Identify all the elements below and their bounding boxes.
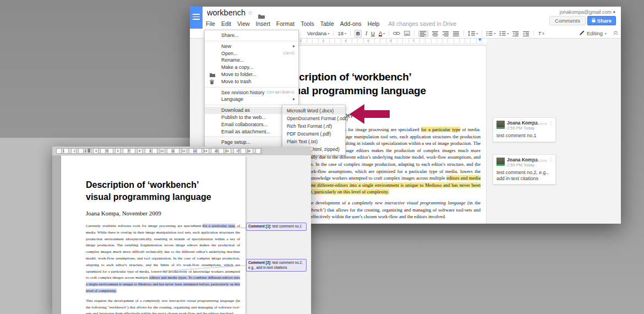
ruler-number: 6 <box>390 39 391 43</box>
bulleted-list-button[interactable]: ▾ <box>499 30 509 37</box>
font-size-select[interactable]: 18▾ <box>337 30 346 37</box>
download-submenu-item[interactable]: Rich Text Format (.rtf) <box>282 122 345 130</box>
chevron-down-icon: ▾ <box>507 30 509 37</box>
download-submenu-item[interactable]: PDF Document (.pdf) <box>282 130 345 138</box>
menu-item-label: Download as <box>221 107 250 113</box>
comment-text: test comment no.1 <box>496 133 552 139</box>
ruler-margin-marker-right[interactable] <box>478 39 482 41</box>
align-center-button[interactable] <box>432 31 439 36</box>
chevron-down-icon: ▾ <box>383 30 385 37</box>
file-menu-item[interactable]: Language▸ <box>205 96 298 103</box>
menu-item-label: Rename... <box>221 57 244 63</box>
comment-menu-icon[interactable]: ⋮ <box>548 158 553 163</box>
preview-ruler-number: 15 <box>215 149 218 154</box>
preview-ruler-number: 2 <box>74 149 75 154</box>
editing-mode-button[interactable]: Editing <box>587 30 603 36</box>
underline-button[interactable]: U <box>371 30 375 37</box>
menu-item-label: Language <box>221 96 243 102</box>
star-icon[interactable]: ☆ <box>248 10 253 16</box>
menubar-item-file[interactable]: File <box>206 20 215 27</box>
menubar-item-edit[interactable]: Edit <box>221 20 231 27</box>
file-menu-item[interactable]: Open...Ctrl+O <box>205 50 298 57</box>
preview-page-area: Description of ‘workbench’ visual progra… <box>52 155 311 314</box>
resolve-button[interactable]: Resolve <box>531 158 547 163</box>
ruler-number: 5 <box>367 39 369 43</box>
lock-icon <box>592 17 596 25</box>
comment-menu-icon[interactable]: ⋮ <box>548 121 553 126</box>
file-menu-item[interactable]: Move to trash <box>205 78 298 85</box>
bold-button[interactable]: B <box>354 30 362 37</box>
toolbar-separator <box>414 30 414 36</box>
menubar-item-addons[interactable]: Add-ons <box>340 20 362 27</box>
menubar-item-help[interactable]: Help <box>368 20 380 27</box>
menubar-item-insert[interactable]: Insert <box>256 20 270 27</box>
toolbar-separator <box>333 30 334 36</box>
account-caret-icon: ▾ <box>613 9 615 15</box>
menu-item-label: New <box>221 44 231 49</box>
font-family-select[interactable]: Verdana▾ <box>307 30 329 37</box>
document-title[interactable]: workbench <box>207 8 245 17</box>
file-menu-item[interactable]: New▸ <box>205 43 298 50</box>
file-menu-item[interactable]: Move to folder... <box>205 71 298 78</box>
preview-heading-line1: Description of ‘workbench’ <box>86 179 240 191</box>
resolve-button[interactable]: Resolve <box>531 121 547 126</box>
preview-ruler-number: 12 <box>182 149 185 154</box>
line-spacing-button[interactable]: ▾ <box>468 30 478 37</box>
toolbar-separator <box>482 30 482 36</box>
preview-ruler-number: 1 <box>63 149 64 154</box>
paragraph: This requires the development of a compl… <box>86 298 240 314</box>
preview-page[interactable]: Description of ‘workbench’ visual progra… <box>61 156 245 314</box>
align-right-button[interactable] <box>443 31 449 36</box>
share-button[interactable]: Share <box>587 16 616 25</box>
align-justify-button[interactable] <box>453 31 460 36</box>
annotation-arrow-icon <box>350 104 390 127</box>
menu-shortcut: Ctrl+Alt+Shift+G <box>266 89 294 96</box>
menubar-item-table[interactable]: Table <box>320 20 334 27</box>
chevron-down-icon: ▾ <box>494 30 495 37</box>
comment-card[interactable]: Joana Kompa2:59 PM TodayResolve⋮test com… <box>493 117 556 142</box>
ruler-number: 7 <box>412 39 414 43</box>
menu-item-label: Publish to the web... <box>221 115 266 120</box>
ruler-number: 4 <box>345 39 346 43</box>
indent-button[interactable] <box>523 31 530 36</box>
menubar-item-format[interactable]: Format <box>276 20 294 27</box>
italic-button[interactable]: I <box>365 30 367 37</box>
preview-ruler-number: 5 <box>106 149 108 154</box>
docs-home-icon[interactable] <box>190 7 203 29</box>
preview-ruler-indent-marker[interactable] <box>88 149 90 153</box>
comment-text: test comment no.2, e.g., add in-text cit… <box>496 170 552 181</box>
toolbar-separator <box>350 30 351 36</box>
comment-time: 2:59 PM Today <box>507 126 538 131</box>
file-menu-item[interactable]: Rename... <box>205 57 298 64</box>
numbered-list-button[interactable]: ▾ <box>486 30 495 37</box>
menu-item-label: Make a copy... <box>221 64 253 70</box>
menubar-item-tools[interactable]: Tools <box>301 20 314 27</box>
move-to-folder-icon[interactable] <box>258 11 265 21</box>
download-submenu-item[interactable]: Microsoft Word (.docx) <box>282 107 345 115</box>
insert-image-button[interactable] <box>404 31 410 36</box>
preview-ruler-number: 13 <box>193 149 196 154</box>
file-menu-item[interactable]: Make a copy... <box>205 64 298 71</box>
comments-button[interactable]: Comments <box>549 16 586 25</box>
text-color-button[interactable]: A▾ <box>379 30 385 37</box>
preview-left-margin <box>52 155 61 314</box>
comment-callout-2: Comment [2]: test comment no.2, e.g., ad… <box>246 259 307 272</box>
download-submenu-item[interactable]: OpenDocument Format (.odt) <box>282 115 345 122</box>
collapse-toolbar-button[interactable] <box>613 30 618 36</box>
clear-formatting-button[interactable]: Tx <box>538 30 544 37</box>
file-menu-item[interactable]: See revision historyCtrl+Alt+Shift+G <box>205 89 298 96</box>
file-menu-item[interactable]: Share... <box>205 32 298 39</box>
preview-ruler-number: 18 <box>247 149 250 154</box>
account-email[interactable]: jonakompa@gmail.com ▾ <box>560 9 615 15</box>
paragraph: Currently available software tools for i… <box>86 223 240 295</box>
menu-item-label: Page setup... <box>221 139 250 145</box>
outdent-button[interactable] <box>512 31 519 36</box>
preview-ruler-number: 14 <box>204 149 207 154</box>
menubar-item-view[interactable]: View <box>237 20 250 27</box>
insert-link-button[interactable] <box>393 31 400 35</box>
align-left-button[interactable] <box>418 30 428 37</box>
avatar <box>496 121 505 129</box>
desktop: { "icons": { "star": "☆", "caret_down": … <box>0 0 644 314</box>
download-submenu-item[interactable]: Plain Text (.txt) <box>282 138 345 145</box>
comment-card[interactable]: Joana Kompa2:59 PM TodayResolve⋮test com… <box>493 154 556 185</box>
